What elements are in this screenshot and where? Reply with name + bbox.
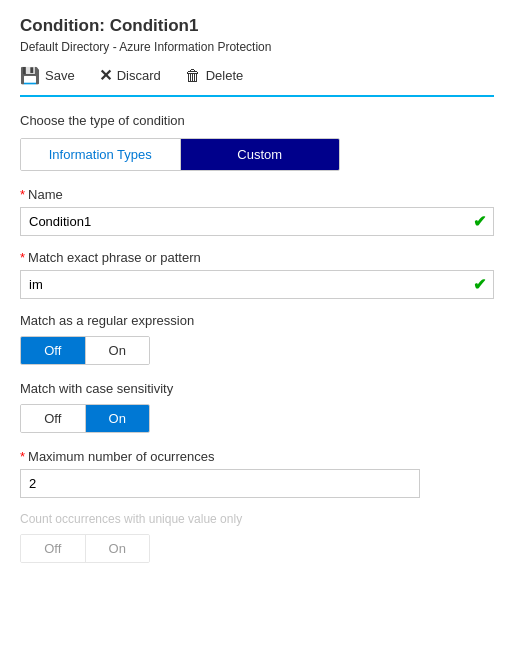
regex-on-button[interactable]: On	[86, 337, 150, 364]
count-off-button[interactable]: Off	[21, 535, 86, 562]
regex-off-button[interactable]: Off	[21, 337, 86, 364]
save-button[interactable]: 💾 Save	[20, 66, 75, 85]
name-input-wrapper: ✔	[20, 207, 494, 236]
save-icon: 💾	[20, 66, 40, 85]
required-star: *	[20, 187, 25, 202]
max-occurrences-group: *Maximum number of ocurrences	[20, 449, 494, 498]
tab-information-types[interactable]: Information Types	[21, 139, 181, 170]
max-occurrences-label: *Maximum number of ocurrences	[20, 449, 494, 464]
delete-button[interactable]: 🗑 Delete	[185, 67, 244, 85]
match-phrase-label: *Match exact phrase or pattern	[20, 250, 494, 265]
match-phrase-input-wrapper: ✔	[20, 270, 494, 299]
case-sensitivity-toggle-group: Off On	[20, 404, 150, 433]
case-on-button[interactable]: On	[86, 405, 150, 432]
name-label: *Name	[20, 187, 494, 202]
toolbar: 💾 Save ✕ Discard 🗑 Delete	[20, 66, 494, 97]
subtitle: Default Directory - Azure Information Pr…	[20, 40, 494, 54]
name-input[interactable]	[20, 207, 494, 236]
count-unique-toggle-section: Count occurrences with unique value only…	[20, 512, 494, 563]
condition-type-label: Choose the type of condition	[20, 113, 494, 128]
delete-icon: 🗑	[185, 67, 201, 85]
name-field-group: *Name ✔	[20, 187, 494, 236]
required-star-3: *	[20, 449, 25, 464]
count-unique-toggle-group: Off On	[20, 534, 150, 563]
regex-toggle-group: Off On	[20, 336, 150, 365]
delete-label: Delete	[206, 68, 244, 83]
discard-button[interactable]: ✕ Discard	[99, 66, 161, 85]
count-on-button[interactable]: On	[86, 535, 150, 562]
case-off-button[interactable]: Off	[21, 405, 86, 432]
discard-label: Discard	[117, 68, 161, 83]
condition-type-tabs: Information Types Custom	[20, 138, 340, 171]
match-phrase-input[interactable]	[20, 270, 494, 299]
name-check-icon: ✔	[473, 212, 486, 231]
tab-custom[interactable]: Custom	[181, 139, 340, 170]
case-sensitivity-label: Match with case sensitivity	[20, 381, 494, 396]
regex-label: Match as a regular expression	[20, 313, 494, 328]
page-title: Condition: Condition1	[20, 16, 494, 36]
max-occurrences-input[interactable]	[20, 469, 420, 498]
page-container: Condition: Condition1 Default Directory …	[0, 0, 514, 595]
match-phrase-field-group: *Match exact phrase or pattern ✔	[20, 250, 494, 299]
discard-icon: ✕	[99, 66, 112, 85]
case-sensitivity-toggle-section: Match with case sensitivity Off On	[20, 381, 494, 433]
match-check-icon: ✔	[473, 275, 486, 294]
save-label: Save	[45, 68, 75, 83]
required-star-2: *	[20, 250, 25, 265]
count-unique-label: Count occurrences with unique value only	[20, 512, 494, 526]
regex-toggle-section: Match as a regular expression Off On	[20, 313, 494, 365]
